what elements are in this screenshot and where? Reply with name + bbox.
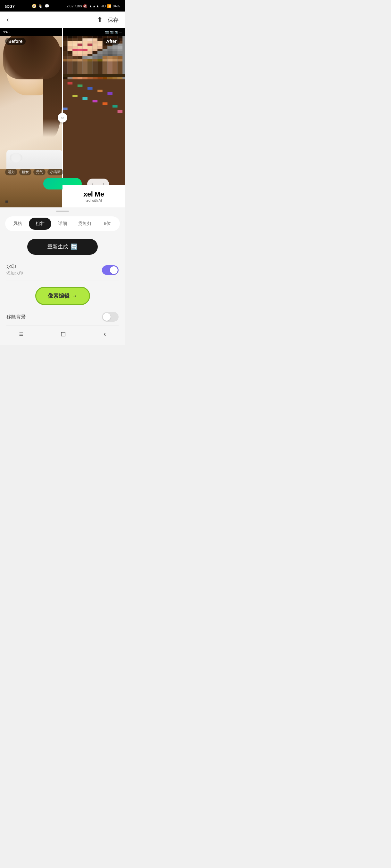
svg-rect-123 <box>73 61 78 74</box>
svg-rect-144 <box>112 77 118 80</box>
svg-rect-62 <box>67 49 73 51</box>
home-nav-icon[interactable]: □ <box>61 330 65 338</box>
svg-rect-1 <box>62 36 67 38</box>
svg-rect-92 <box>97 54 103 56</box>
svg-rect-89 <box>82 54 87 56</box>
svg-rect-137 <box>78 77 83 80</box>
save-button[interactable]: 保存 <box>108 16 119 24</box>
next-arrow-button[interactable]: › <box>98 179 109 189</box>
svg-rect-134 <box>62 77 67 80</box>
settings-area: 水印 添加水印 像素编辑 → 移除背景 <box>0 260 125 326</box>
svg-rect-96 <box>118 54 123 56</box>
tab-neon[interactable]: 霓虹灯 <box>74 218 96 230</box>
tab-style[interactable]: 风格 <box>6 218 29 230</box>
svg-rect-124 <box>78 61 83 74</box>
svg-rect-91 <box>93 54 98 56</box>
svg-rect-105 <box>103 56 108 59</box>
watermark-toggle[interactable] <box>102 265 119 275</box>
svg-rect-94 <box>107 54 112 56</box>
tab-bold[interactable]: 粗壮 <box>29 218 51 230</box>
tab-detail[interactable]: 详细 <box>51 218 74 230</box>
svg-rect-132 <box>118 61 123 74</box>
svg-rect-5 <box>82 36 87 38</box>
svg-rect-73 <box>62 51 67 54</box>
svg-rect-30 <box>87 41 93 43</box>
svg-rect-131 <box>112 61 118 74</box>
pixel-edit-button[interactable]: 像素编辑 → <box>35 287 90 305</box>
svg-rect-147 <box>67 82 73 85</box>
svg-rect-2 <box>67 36 73 38</box>
svg-rect-49 <box>62 46 67 49</box>
svg-rect-101 <box>82 56 87 59</box>
svg-rect-76 <box>78 51 83 54</box>
nav-right: ⬆ 保存 <box>97 16 119 24</box>
svg-rect-114 <box>87 59 93 61</box>
svg-rect-74 <box>67 51 73 54</box>
svg-rect-81 <box>103 51 108 54</box>
remove-bg-setting-row: 移除背景 <box>6 308 119 326</box>
svg-rect-156 <box>112 105 118 107</box>
wifi-icon: 📶 <box>107 4 112 8</box>
remove-bg-toggle[interactable] <box>102 312 119 322</box>
mute-icon: 🔇 <box>83 4 87 8</box>
svg-rect-99 <box>73 56 78 59</box>
svg-rect-78 <box>87 51 93 54</box>
svg-rect-145 <box>118 77 123 80</box>
prev-arrow-button[interactable]: ‹ <box>87 179 98 189</box>
image-tags: 活力 粗女 元气 小清新 <box>5 169 63 176</box>
after-label: After <box>103 38 120 45</box>
watermark-title: xel Me <box>83 190 104 198</box>
svg-rect-61 <box>62 49 67 51</box>
svg-rect-51 <box>73 46 78 49</box>
top-nav: ‹ ⬆ 保存 <box>0 11 125 28</box>
svg-rect-27 <box>73 41 78 43</box>
mini-time: 9:43 <box>3 30 9 34</box>
status-icons: 🧭 🐧 💬 <box>32 4 49 8</box>
svg-rect-119 <box>112 59 118 61</box>
hamburger-icon[interactable]: ≡ <box>5 198 9 205</box>
svg-rect-64 <box>78 49 83 51</box>
svg-rect-59 <box>112 46 118 49</box>
svg-rect-95 <box>112 54 118 56</box>
svg-rect-149 <box>87 87 93 90</box>
svg-rect-52 <box>78 46 83 49</box>
svg-rect-98 <box>67 56 73 59</box>
svg-rect-85 <box>62 54 67 56</box>
svg-rect-110 <box>67 59 73 61</box>
svg-rect-127 <box>93 61 98 74</box>
svg-rect-139 <box>87 77 93 80</box>
svg-rect-57 <box>103 46 108 49</box>
watermark-setting-row: 水印 添加水印 <box>6 260 119 280</box>
svg-rect-31 <box>93 41 98 43</box>
qq-icon: 🐧 <box>38 4 43 8</box>
svg-rect-16 <box>78 38 83 41</box>
svg-rect-133 <box>62 74 125 77</box>
tab-8bit[interactable]: 8位 <box>96 218 119 230</box>
svg-rect-111 <box>73 59 78 61</box>
svg-rect-121 <box>62 61 67 74</box>
svg-rect-153 <box>82 97 87 100</box>
style-tabs: 风格 粗壮 详细 霓虹灯 8位 <box>5 216 120 231</box>
tag-vitality[interactable]: 活力 <box>5 169 17 176</box>
regen-icon: 🔄 <box>71 243 78 250</box>
svg-rect-122 <box>67 61 73 74</box>
svg-rect-120 <box>118 59 123 61</box>
tag-energy[interactable]: 元气 <box>33 169 46 176</box>
safari-icon: 🧭 <box>32 4 36 8</box>
back-nav-icon[interactable]: ‹ <box>104 330 106 338</box>
tag-cool[interactable]: 粗女 <box>19 169 31 176</box>
remove-bg-label: 移除背景 <box>6 314 26 320</box>
menu-nav-icon[interactable]: ≡ <box>19 330 23 338</box>
watermark-sublabel: 添加水印 <box>6 271 23 276</box>
tag-fresh[interactable]: 小清新 <box>48 169 63 176</box>
svg-rect-129 <box>103 61 108 74</box>
split-handle[interactable]: ‹› <box>58 113 67 123</box>
svg-rect-39 <box>73 43 78 46</box>
regenerate-button[interactable]: 重新生成 🔄 <box>27 239 98 255</box>
svg-rect-155 <box>103 102 108 105</box>
back-button[interactable]: ‹ <box>6 16 9 24</box>
signal-icon: ▲▲▲ <box>89 4 99 8</box>
share-button[interactable]: ⬆ <box>97 16 103 24</box>
svg-rect-108 <box>118 56 123 59</box>
svg-rect-72 <box>118 49 123 51</box>
